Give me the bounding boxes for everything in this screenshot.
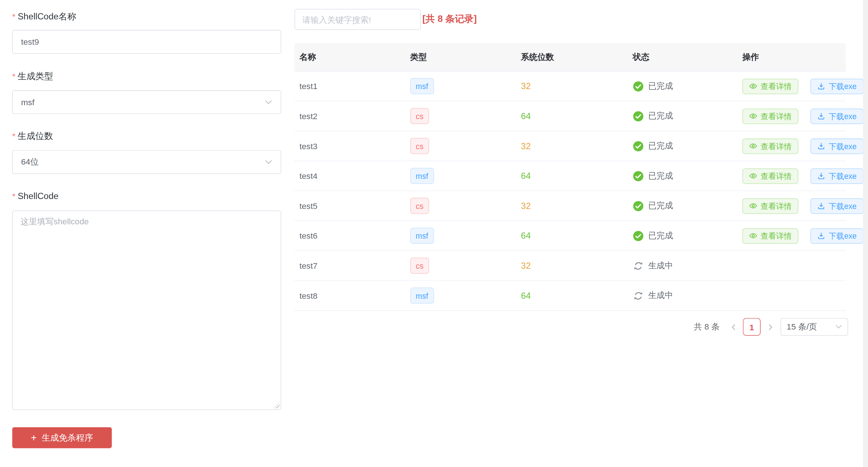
page-size-value: 15 条/页 bbox=[787, 321, 817, 332]
download-icon bbox=[817, 112, 826, 120]
results-table: 名称 类型 系统位数 状态 操作 test1 msf 32 bbox=[294, 43, 846, 311]
table-header: 名称 类型 系统位数 状态 操作 bbox=[294, 43, 846, 71]
type-tag: cs bbox=[410, 138, 429, 154]
eye-icon bbox=[749, 82, 757, 91]
required-asterisk: * bbox=[12, 131, 15, 141]
view-details-button[interactable]: 查看详情 bbox=[742, 198, 798, 213]
view-details-button[interactable]: 查看详情 bbox=[742, 168, 798, 184]
type-tag: cs bbox=[410, 258, 429, 274]
eye-icon bbox=[749, 142, 757, 150]
generate-bits-select[interactable]: 64位 bbox=[12, 150, 281, 174]
required-asterisk: * bbox=[12, 12, 15, 21]
bits-value: 64 bbox=[521, 111, 531, 121]
type-tag: msf bbox=[410, 287, 434, 304]
plus-icon: + bbox=[31, 433, 37, 442]
status-text: 已完成 bbox=[648, 81, 673, 92]
download-exe-button[interactable]: 下载exe bbox=[810, 228, 863, 243]
type-tag: cs bbox=[410, 108, 429, 124]
bits-value: 32 bbox=[521, 141, 531, 151]
page-size-select[interactable]: 15 条/页 bbox=[780, 318, 848, 336]
download-icon bbox=[817, 172, 826, 180]
download-exe-button[interactable]: 下载exe bbox=[810, 138, 863, 154]
view-details-button[interactable]: 查看详情 bbox=[742, 228, 798, 243]
download-exe-button[interactable]: 下载exe bbox=[810, 78, 863, 94]
download-exe-button[interactable]: 下载exe bbox=[810, 108, 863, 124]
download-icon bbox=[817, 232, 826, 240]
prev-page-button[interactable] bbox=[730, 323, 737, 331]
field-label-name: *ShellCode名称 bbox=[12, 11, 76, 23]
type-tag: msf bbox=[410, 78, 434, 94]
shellcode-textarea[interactable] bbox=[12, 210, 281, 410]
view-details-button[interactable]: 查看详情 bbox=[742, 138, 798, 154]
download-exe-button[interactable]: 下载exe bbox=[810, 168, 863, 184]
field-label-shellcode: *ShellCode bbox=[12, 191, 58, 201]
row-name: test6 bbox=[300, 231, 318, 240]
row-name: test1 bbox=[300, 81, 318, 91]
chevron-right-icon bbox=[767, 323, 774, 331]
download-exe-button[interactable]: 下载exe bbox=[810, 198, 863, 213]
generate-button[interactable]: + 生成免杀程序 bbox=[12, 427, 112, 448]
page-number-button[interactable]: 1 bbox=[743, 318, 760, 336]
header-cell-actions: 操作 bbox=[742, 43, 759, 71]
view-details-label: 查看详情 bbox=[761, 202, 792, 210]
table-row: test4 msf 64 已完成 bbox=[294, 161, 846, 191]
view-details-button[interactable]: 查看详情 bbox=[742, 78, 798, 94]
row-name: test7 bbox=[300, 261, 318, 271]
row-name: test4 bbox=[300, 171, 318, 181]
search-input[interactable] bbox=[294, 9, 421, 30]
type-tag: msf bbox=[410, 168, 434, 184]
status-text: 已完成 bbox=[648, 171, 673, 181]
generate-type-select[interactable]: msf bbox=[12, 90, 281, 114]
bits-value: 64 bbox=[521, 291, 531, 301]
row-name: test5 bbox=[300, 201, 318, 211]
download-exe-label: 下载exe bbox=[829, 172, 857, 180]
type-tag: msf bbox=[410, 228, 434, 244]
table-row: test5 cs 32 已完成 bbox=[294, 191, 846, 221]
scrollbar[interactable] bbox=[863, 0, 868, 467]
check-circle-icon bbox=[633, 140, 644, 151]
download-icon bbox=[817, 142, 826, 150]
field-label-type: *生成类型 bbox=[12, 71, 53, 82]
pagination-total: 共 8 条 bbox=[694, 321, 720, 332]
download-exe-label: 下载exe bbox=[829, 202, 857, 210]
header-cell-name: 名称 bbox=[300, 43, 316, 71]
download-icon bbox=[817, 202, 826, 210]
shellcode-name-input[interactable] bbox=[12, 30, 281, 54]
required-asterisk: * bbox=[12, 71, 15, 81]
generate-button-label: 生成免杀程序 bbox=[42, 432, 93, 444]
eye-icon bbox=[749, 232, 757, 240]
status-text: 已完成 bbox=[648, 111, 673, 121]
chevron-left-icon bbox=[730, 323, 737, 331]
table-row: test3 cs 32 已完成 bbox=[294, 131, 846, 161]
table-body: test1 msf 32 已完成 bbox=[294, 71, 846, 311]
header-cell-bits: 系统位数 bbox=[521, 43, 554, 71]
type-tag: cs bbox=[410, 198, 429, 214]
table-row: test2 cs 64 已完成 bbox=[294, 102, 846, 132]
pagination: 共 8 条 1 15 条/页 bbox=[294, 318, 848, 336]
check-circle-icon bbox=[633, 230, 644, 241]
download-exe-label: 下载exe bbox=[829, 82, 857, 90]
chevron-down-icon bbox=[264, 100, 272, 105]
status-text: 已完成 bbox=[648, 231, 673, 241]
loading-icon bbox=[633, 290, 644, 301]
row-name: test3 bbox=[300, 141, 318, 151]
record-count: [共 8 条记录] bbox=[422, 13, 476, 26]
view-details-label: 查看详情 bbox=[761, 172, 792, 180]
view-details-label: 查看详情 bbox=[761, 82, 792, 90]
generate-type-value: msf bbox=[21, 98, 34, 107]
status-text: 生成中 bbox=[648, 260, 673, 271]
check-circle-icon bbox=[633, 170, 644, 181]
page: *ShellCode名称 *生成类型 msf *生成位数 64位 *ShellC… bbox=[0, 0, 868, 467]
status-text: 生成中 bbox=[648, 290, 673, 301]
next-page-button[interactable] bbox=[766, 323, 774, 331]
eye-icon bbox=[749, 112, 757, 120]
download-exe-label: 下载exe bbox=[829, 232, 857, 240]
download-icon bbox=[817, 82, 826, 91]
header-cell-type: 类型 bbox=[410, 43, 427, 71]
view-details-button[interactable]: 查看详情 bbox=[742, 108, 798, 124]
header-cell-status: 状态 bbox=[633, 43, 649, 71]
download-exe-label: 下载exe bbox=[829, 142, 857, 150]
bits-value: 32 bbox=[521, 201, 531, 211]
check-circle-icon bbox=[633, 200, 644, 211]
download-exe-label: 下载exe bbox=[829, 112, 857, 120]
